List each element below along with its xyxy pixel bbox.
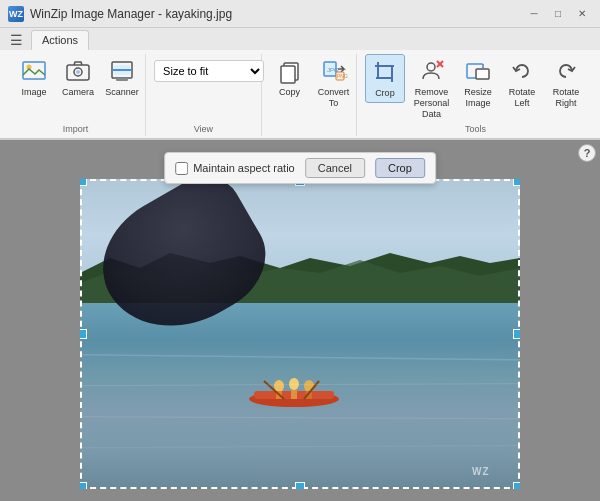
ribbon-group-tools: Crop RemovePersonal Data: [357, 54, 594, 136]
resize-image-button[interactable]: ResizeImage: [458, 54, 498, 112]
svg-line-39: [80, 417, 520, 419]
image-icon: [20, 57, 48, 85]
camera-icon: [64, 57, 92, 85]
ribbon-group-copy: Copy JPG PNG ConvertTo: [262, 54, 357, 136]
ribbon-group-import: Image Camera: [6, 54, 146, 136]
copy-button[interactable]: Copy: [270, 54, 310, 101]
image-button[interactable]: Image: [14, 54, 54, 101]
close-button[interactable]: ✕: [572, 5, 592, 23]
copy-items: Copy JPG PNG ConvertTo: [270, 54, 348, 132]
scanner-label: Scanner: [105, 87, 139, 98]
crop-toolbar: Maintain aspect ratio Cancel Crop: [164, 152, 436, 184]
aspect-ratio-checkbox-area[interactable]: Maintain aspect ratio: [175, 162, 295, 175]
watermark: WZ: [472, 461, 512, 481]
svg-line-38: [80, 383, 520, 385]
title-bar-text: WinZip Image Manager - kayaking.jpg: [30, 7, 232, 21]
tools-items: Crop RemovePersonal Data: [365, 54, 586, 122]
svg-line-37: [80, 355, 520, 360]
main-content: Maintain aspect ratio Cancel Crop: [0, 140, 600, 501]
crop-button[interactable]: Crop: [365, 54, 405, 103]
resize-icon: [464, 57, 492, 85]
svg-point-19: [427, 63, 435, 71]
maximize-button[interactable]: □: [548, 5, 568, 23]
personal-data-icon: [417, 57, 445, 85]
camera-button[interactable]: Camera: [58, 54, 98, 101]
rotate-left-label: RotateLeft: [509, 87, 536, 109]
tab-actions[interactable]: Actions: [31, 30, 89, 50]
maintain-aspect-ratio-checkbox[interactable]: [175, 162, 188, 175]
title-bar-left: WZ WinZip Image Manager - kayaking.jpg: [8, 6, 232, 22]
view-items: Size to fit Actual size 50% 75% 100% 200…: [154, 54, 252, 122]
svg-rect-0: [23, 62, 45, 79]
minimize-button[interactable]: ─: [524, 5, 544, 23]
crop-label: Crop: [375, 88, 395, 99]
svg-text:WZ: WZ: [472, 466, 490, 477]
image-container: WZ: [80, 179, 520, 489]
convert-to-label: ConvertTo: [318, 87, 350, 109]
svg-text:PNG: PNG: [337, 73, 348, 79]
svg-rect-8: [116, 78, 128, 81]
hamburger-menu[interactable]: ☰: [4, 30, 29, 50]
title-bar-controls[interactable]: ─ □ ✕: [524, 5, 592, 23]
copy-label: Copy: [279, 87, 300, 98]
water-reflections: [80, 334, 520, 489]
copy-icon: [276, 57, 304, 85]
rotate-left-button[interactable]: RotateLeft: [502, 54, 542, 112]
image-label: Image: [21, 87, 46, 98]
copy-group-label: [270, 134, 348, 136]
rotate-left-icon: [508, 57, 536, 85]
import-group-label: Import: [14, 124, 137, 136]
camera-label: Camera: [62, 87, 94, 98]
help-icon: ?: [584, 147, 591, 159]
svg-point-4: [76, 70, 80, 74]
resize-label: ResizeImage: [464, 87, 492, 109]
remove-personal-data-button[interactable]: RemovePersonal Data: [409, 54, 454, 122]
rotate-right-label: RotateRight: [553, 87, 580, 109]
ribbon-content: Image Camera: [0, 50, 600, 139]
remove-personal-label: RemovePersonal Data: [414, 87, 450, 119]
svg-line-40: [80, 445, 520, 447]
ribbon-group-view: Size to fit Actual size 50% 75% 100% 200…: [146, 54, 261, 136]
scanner-button[interactable]: Scanner: [102, 54, 142, 101]
tools-group-label: Tools: [365, 124, 586, 136]
svg-rect-23: [476, 69, 489, 79]
ribbon: ☰ Actions Image: [0, 28, 600, 140]
convert-to-button[interactable]: JPG PNG ConvertTo: [314, 54, 354, 112]
crop-action-button[interactable]: Crop: [375, 158, 425, 178]
ribbon-tab-bar: ☰ Actions: [0, 28, 600, 50]
scanner-icon: [108, 57, 136, 85]
crop-icon: [371, 58, 399, 86]
convert-icon: JPG PNG: [320, 57, 348, 85]
title-bar: WZ WinZip Image Manager - kayaking.jpg ─…: [0, 0, 600, 28]
import-items: Image Camera: [14, 54, 137, 122]
cancel-button[interactable]: Cancel: [305, 158, 365, 178]
app-icon: WZ: [8, 6, 24, 22]
rotate-right-icon: [552, 57, 580, 85]
help-button[interactable]: ?: [578, 144, 596, 162]
image-canvas: [80, 179, 520, 489]
view-group-label: View: [154, 124, 252, 136]
svg-rect-10: [281, 66, 295, 83]
maintain-aspect-ratio-label: Maintain aspect ratio: [193, 162, 295, 174]
view-size-dropdown[interactable]: Size to fit Actual size 50% 75% 100% 200…: [154, 60, 264, 82]
rotate-right-button[interactable]: RotateRight: [546, 54, 586, 112]
